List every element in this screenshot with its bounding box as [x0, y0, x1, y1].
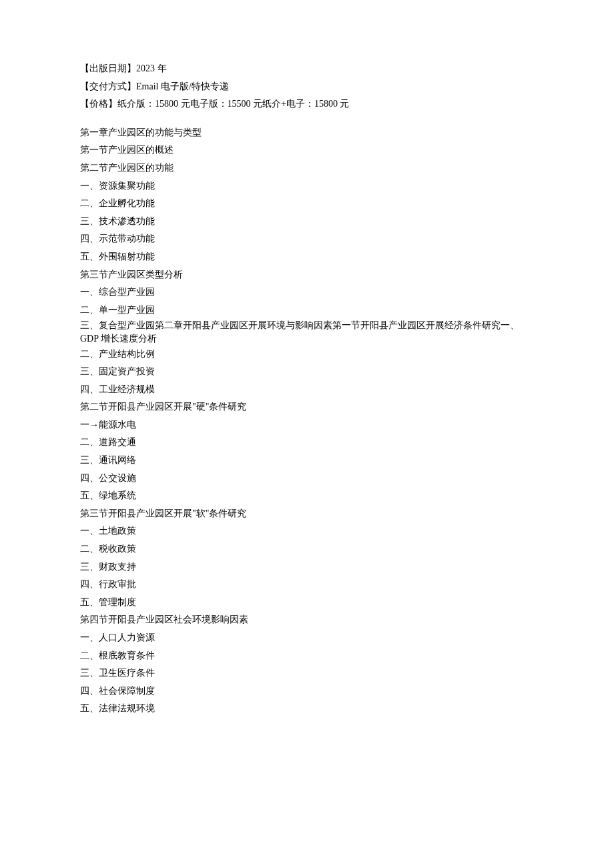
toc-line: 第三节开阳县产业园区开展"软"条件研究 [80, 505, 534, 523]
document-page: 【出版日期】2023 年 【交付方式】Email 电子版/特快专递 【价格】纸介… [0, 0, 614, 868]
toc-line: 三、固定资产投资 [80, 363, 534, 381]
toc-line: 一、土地政策 [80, 522, 534, 540]
toc-line: 二、税收政策 [80, 540, 534, 558]
toc-line: 二、道路交通 [80, 434, 534, 452]
toc-line: 四、行政审批 [80, 576, 534, 594]
toc-line: 第三节产业园区类型分析 [80, 266, 534, 284]
spacer [80, 113, 534, 124]
meta-pub-date: 【出版日期】2023 年 [80, 60, 534, 78]
toc-line: 二、根底教育条件 [80, 647, 534, 665]
toc-line: 三、财政支持 [80, 558, 534, 576]
toc-line: 二、单一型产业园 [80, 302, 534, 320]
toc-line: 第二节产业园区的功能 [80, 159, 534, 177]
toc-line: 一、综合型产业园 [80, 284, 534, 302]
meta-delivery: 【交付方式】Email 电子版/特快专递 [80, 78, 534, 96]
toc-line: 第一章产业园区的功能与类型 [80, 124, 534, 142]
toc-line: 一→能源水电 [80, 416, 534, 434]
toc-line: 第四节开阳县产业园区社会环境影响因素 [80, 611, 534, 629]
toc-line: 三、技术渗透功能 [80, 213, 534, 231]
toc-line: 一、资源集聚功能 [80, 177, 534, 195]
toc-line: 二、企业孵化功能 [80, 195, 534, 213]
toc-line: 二、产业结构比例 [80, 346, 534, 364]
toc-line: 第一节产业园区的概述 [80, 141, 534, 159]
toc-line: 四、社会保障制度 [80, 683, 534, 701]
toc-line: 四、示范带动功能 [80, 230, 534, 248]
toc-line: 一、人口人力资源 [80, 629, 534, 647]
toc-line: 三、通讯网络 [80, 452, 534, 470]
toc-line: 第二节开阳县产业园区开展"硬"条件研究 [80, 398, 534, 416]
toc-line: 五、法律法规环境 [80, 700, 534, 718]
toc-line: 三、卫生医疗条件 [80, 665, 534, 683]
toc-line: 五、外围辐射功能 [80, 248, 534, 266]
toc-line: 四、公交设施 [80, 470, 534, 488]
toc-line: 五、绿地系统 [80, 487, 534, 505]
toc-line: 四、工业经济规模 [80, 381, 534, 399]
meta-price: 【价格】纸介版：15800 元电子版：15500 元纸介+电子：15800 元 [80, 95, 534, 113]
toc-line: 五、管理制度 [80, 594, 534, 612]
toc-line: 三、复合型产业园第二章开阳县产业园区开展环境与影响因素第一节开阳县产业园区开展经… [80, 319, 534, 345]
